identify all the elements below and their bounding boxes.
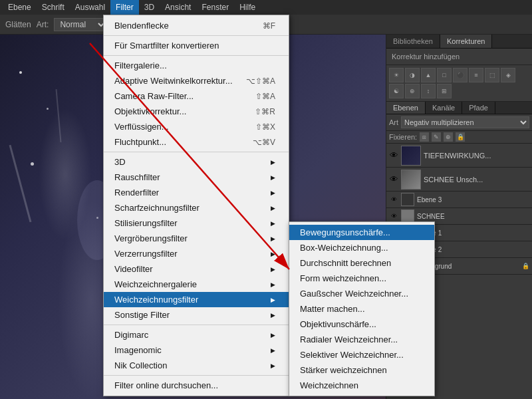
submenu-objektiv[interactable]: Objektivunschärfe... (289, 317, 434, 332)
menu-hilfe[interactable]: Hilfe (234, 0, 261, 15)
menu-sonstige[interactable]: Sonstige Filter (104, 307, 289, 323)
filter-menu: Blendenflecke ⌘F Für Smartfilter konvert… (103, 15, 289, 396)
menu-auswahl[interactable]: Auswahl (70, 0, 110, 15)
glaetten-label: Glätten (5, 20, 31, 29)
separator (104, 375, 289, 376)
fix-icon-3[interactable]: ⊕ (444, 132, 453, 142)
menu-cameraraw[interactable]: Camera Raw-Filter... ⇧⌘A (104, 88, 289, 104)
menu-filter[interactable]: Filter (110, 0, 139, 15)
menu-schrift[interactable]: Schrift (37, 0, 70, 15)
menu-ansicht[interactable]: Ansicht (160, 0, 196, 15)
submenu-bewegungsunschaerfe[interactable]: Bewegungsunschärfe... (289, 225, 434, 240)
menu-rauschfilter[interactable]: Rauschfilter (104, 170, 289, 185)
menu-fluchtpunkt[interactable]: Fluchtpunkt... ⌥⌘V (104, 134, 289, 150)
menu-ebene[interactable]: Ebene (3, 0, 37, 15)
menu-verzerrung[interactable]: Verzerrungsfilter (104, 246, 289, 261)
menubar: Ebene Schrift Auswahl Filter 3D Ansicht … (0, 0, 532, 15)
menu-imagenomic[interactable]: Imagenomic (104, 342, 289, 358)
menu-stilisierung[interactable]: Stilisierungsfilter (104, 215, 289, 231)
art-label: Art: (37, 20, 49, 29)
submenu-box[interactable]: Box-Weichzeichnung... (289, 240, 434, 255)
menu-3d[interactable]: 3D (139, 0, 160, 15)
submenu-selektiver[interactable]: Selektiver Weichzeichner... (289, 347, 434, 362)
menu-adaptive[interactable]: Adaptive Weitwinkelkorrektur... ⌥⇧⌘A (104, 73, 289, 88)
submenu-weichzeichnen[interactable]: Weichzeichnen (289, 378, 434, 393)
menu-3d[interactable]: 3D (104, 154, 289, 170)
menu-renderfilter[interactable]: Renderfilter (104, 185, 289, 200)
submenu-staerker[interactable]: Stärker weichzeichnen (289, 362, 434, 378)
menu-objektivkorrektur[interactable]: Objektivkorrektur... ⇧⌘R (104, 104, 289, 119)
shortcut: ⌘F (263, 21, 275, 31)
menu-verfluessigen[interactable]: Verflüssigen... ⇧⌘X (104, 119, 289, 134)
submenu-durchschnitt[interactable]: Durchschnitt berechnen (289, 255, 434, 271)
weichzeichnung-submenu: Bewegungsunschärfe... Box-Weichzeichnung… (289, 221, 435, 396)
menu-fenster[interactable]: Fenster (196, 0, 234, 15)
corr-icon-circle[interactable]: ⚫ (453, 68, 467, 82)
menu-blendenflecke[interactable]: Blendenflecke ⌘F (104, 18, 289, 33)
corr-icon-color[interactable]: ⊞ (437, 84, 452, 98)
fix-icon-4[interactable]: 🔒 (456, 132, 465, 142)
menu-vergroeberung[interactable]: Vergröberungsfilter (104, 231, 289, 246)
menu-smartfilter[interactable]: Für Smartfilter konvertieren (104, 38, 289, 53)
separator (104, 325, 289, 325)
menu-scharfzeichnung[interactable]: Scharfzeichnungsfilter (104, 200, 289, 215)
menu-filter-online[interactable]: Filter online durchsuchen... (104, 378, 289, 393)
shortcut: ⇧⌘X (255, 122, 275, 132)
shortcut: ⇧⌘R (255, 107, 275, 116)
filter-dropdown: Blendenflecke ⌘F Für Smartfilter konvert… (103, 15, 435, 396)
shortcut: ⇧⌘A (255, 92, 275, 101)
shortcut: ⌥⌘V (253, 138, 275, 147)
submenu-radialer[interactable]: Radialer Weichzeichner... (289, 332, 434, 347)
layer-name: TIEFENWIRKUNG... (424, 152, 529, 160)
submenu-matter[interactable]: Matter machen... (289, 301, 434, 317)
menu-filtergalerie[interactable]: Filtergalerie... (104, 58, 289, 73)
menu-digimarc[interactable]: Digimarc (104, 327, 289, 342)
shortcut: ⌥⇧⌘A (246, 76, 275, 86)
lock-icon: 🔒 (522, 263, 529, 269)
submenu-gausscher[interactable]: Gaußscher Weichzeichner... (289, 286, 434, 301)
separator (104, 35, 289, 36)
tab-korrekturen[interactable]: Korrekturen (440, 35, 492, 48)
art-select[interactable]: Normal (54, 18, 107, 31)
layer-name: SCHNEE Unsch... (424, 176, 529, 184)
menu-weichzeichnungsfilter[interactable]: Weichzeichnungsfilter (104, 292, 289, 307)
corr-icon-target[interactable]: ◈ (501, 68, 515, 82)
separator (104, 152, 289, 152)
submenu-form[interactable]: Form weichzeichnen... (289, 271, 434, 286)
corr-icon-lines[interactable]: ≡ (469, 68, 483, 82)
corr-icon-grid[interactable]: ⬚ (485, 68, 499, 82)
tab-pfade[interactable]: Pfade (462, 102, 495, 114)
corr-icon-rect[interactable]: □ (437, 68, 452, 82)
separator (104, 55, 289, 56)
menu-weichzeichnergalerie[interactable]: Weichzeichnergalerie (104, 277, 289, 292)
menu-nikcollection[interactable]: Nik Collection (104, 358, 289, 373)
menu-videofilter[interactable]: Videofilter (104, 261, 289, 277)
